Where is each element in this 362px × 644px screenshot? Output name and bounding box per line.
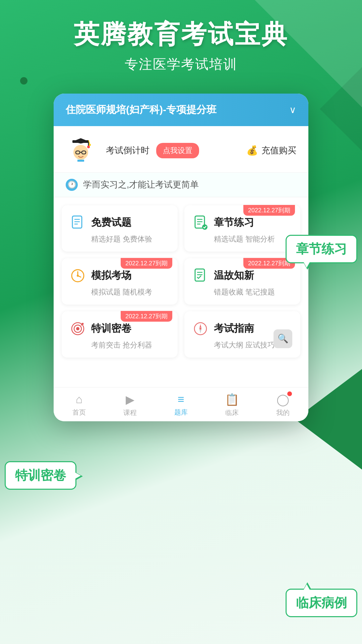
slogan-row: 🕐 学而实习之,才能让考试更简单 xyxy=(54,173,308,197)
card-title-free-questions: 免费试题 xyxy=(91,216,131,229)
home-icon: ⌂ xyxy=(76,393,83,406)
recharge-area[interactable]: 💰 充值购买 xyxy=(246,145,296,156)
card-icon-row: 免费试题 xyxy=(70,215,170,231)
card-desc-free-questions: 精选好题 免费体验 xyxy=(70,234,170,244)
card-icon-row: 温故知新 xyxy=(192,268,292,284)
bottom-navigation: ⌂ 首页 ▶ 课程 ≡ 题库 📋 临床 ◯ 我的 xyxy=(54,387,308,421)
card-desc-special-exam: 考前突击 抢分利器 xyxy=(70,340,170,350)
svg-rect-9 xyxy=(77,160,84,162)
app-title: 英腾教育考试宝典 xyxy=(20,20,342,48)
nav-label-questionbank: 题库 xyxy=(174,408,188,417)
mine-icon: ◯ xyxy=(277,393,289,406)
card-title-mock-exam: 模拟考场 xyxy=(91,269,131,282)
course-header-bar[interactable]: 住院医师规培(妇产科)-专项提分班 ∨ xyxy=(54,94,308,126)
svg-point-3 xyxy=(87,146,90,148)
svg-point-11 xyxy=(89,144,91,146)
callout-chapter-practice: 章节练习 xyxy=(286,235,357,263)
card-chapter-practice[interactable]: 2022.12.27到期 章节练习 精选试题 智能分析 xyxy=(184,205,300,252)
clock-yellow-icon xyxy=(70,268,86,284)
compass-pink-icon xyxy=(192,321,208,337)
course-title: 住院医师规培(妇产科)-专项提分班 xyxy=(66,103,287,117)
svg-marker-34 xyxy=(199,324,201,328)
card-icon-row: 模拟考场 xyxy=(70,268,170,284)
nav-item-clinical[interactable]: 📋 临床 xyxy=(206,393,257,417)
nav-label-course: 课程 xyxy=(123,408,137,417)
card-title-review: 温故知新 xyxy=(214,269,254,282)
countdown-set-button[interactable]: 点我设置 xyxy=(156,143,199,158)
recharge-label: 充值购买 xyxy=(261,145,296,156)
callout-chapter-text: 章节练习 xyxy=(296,240,347,258)
callout-arrow-right-inner xyxy=(75,472,81,479)
callout-clinical-text: 临床病例 xyxy=(296,594,347,611)
expiry-badge-special: 2022.12.27到期 xyxy=(121,311,172,322)
callout-arrow-down-inner xyxy=(303,262,310,268)
nav-label-home: 首页 xyxy=(72,408,86,417)
card-review[interactable]: 2022.12.27到期 温故知新 错题收藏 笔记搜题 xyxy=(184,258,300,305)
countdown-area: 考试倒计时 点我设置 xyxy=(106,143,236,158)
callout-clinical: 临床病例 xyxy=(286,589,357,617)
nav-label-mine: 我的 xyxy=(276,408,290,417)
phone-mockup: 住院医师规培(妇产科)-专项提分班 ∨ xyxy=(54,94,308,421)
card-title-exam-guide: 考试指南 xyxy=(214,322,254,335)
svg-marker-35 xyxy=(199,329,201,333)
coin-icon: 💰 xyxy=(246,145,258,156)
card-free-questions[interactable]: 免费试题 精选好题 免费体验 xyxy=(62,205,178,252)
nav-item-questionbank[interactable]: ≡ 题库 xyxy=(156,393,206,417)
card-desc-mock-exam: 模拟试题 随机模考 xyxy=(70,287,170,297)
app-subtitle: 专注医学考试培训 xyxy=(20,55,342,73)
course-icon: ▶ xyxy=(126,393,134,406)
document-blue-icon xyxy=(70,215,86,231)
app-header: 英腾教育考试宝典 专注医学考试培训 xyxy=(0,0,362,80)
target-red-icon xyxy=(70,321,86,337)
callout-arrow-up-inner xyxy=(303,584,310,590)
feature-grid: 免费试题 精选好题 免费体验 2022.12.27到期 章节练习 精选试题 智能… xyxy=(54,197,308,363)
svg-point-33 xyxy=(199,328,201,330)
nav-item-course[interactable]: ▶ 课程 xyxy=(105,393,156,417)
card-icon-row: 章节练习 xyxy=(192,215,292,231)
svg-point-30 xyxy=(76,327,79,330)
nav-item-mine[interactable]: ◯ 我的 xyxy=(257,393,308,417)
document-list-green-icon xyxy=(192,215,208,231)
card-title-special-exam: 特训密卷 xyxy=(91,322,131,335)
dropdown-arrow-icon[interactable]: ∨ xyxy=(289,104,296,115)
search-button[interactable]: 🔍 xyxy=(274,329,292,348)
nav-item-home[interactable]: ⌂ 首页 xyxy=(54,393,105,417)
expiry-badge-chapter: 2022.12.27到期 xyxy=(243,205,295,216)
callout-special-text: 特训密卷 xyxy=(15,467,66,484)
mine-badge xyxy=(287,391,292,396)
note-green-icon xyxy=(192,268,208,284)
svg-point-24 xyxy=(77,275,79,277)
slogan-text: 学而实习之,才能让考试更简单 xyxy=(83,179,199,191)
card-special-exam[interactable]: 2022.12.27到期 特训密卷 考前突击 抢分利器 xyxy=(62,311,178,358)
card-icon-row: 特训密卷 xyxy=(70,321,170,337)
card-desc-chapter-practice: 精选试题 智能分析 xyxy=(192,234,292,244)
nav-label-clinical: 临床 xyxy=(225,408,239,417)
user-info-row: 考试倒计时 点我设置 💰 充值购买 xyxy=(54,126,308,173)
card-title-chapter-practice: 章节练习 xyxy=(214,216,254,229)
card-mock-exam[interactable]: 2022.12.27到期 模拟考场 模拟试题 随机模考 xyxy=(62,258,178,305)
card-desc-review: 错题收藏 笔记搜题 xyxy=(192,287,292,297)
countdown-label: 考试倒计时 xyxy=(106,145,149,156)
expiry-badge-mock: 2022.12.27到期 xyxy=(121,258,172,269)
questionbank-icon: ≡ xyxy=(178,393,184,406)
clinical-icon: 📋 xyxy=(225,393,239,406)
clock-icon: 🕐 xyxy=(66,179,78,191)
callout-special-exam: 特训密卷 xyxy=(5,461,76,490)
avatar xyxy=(66,136,96,166)
